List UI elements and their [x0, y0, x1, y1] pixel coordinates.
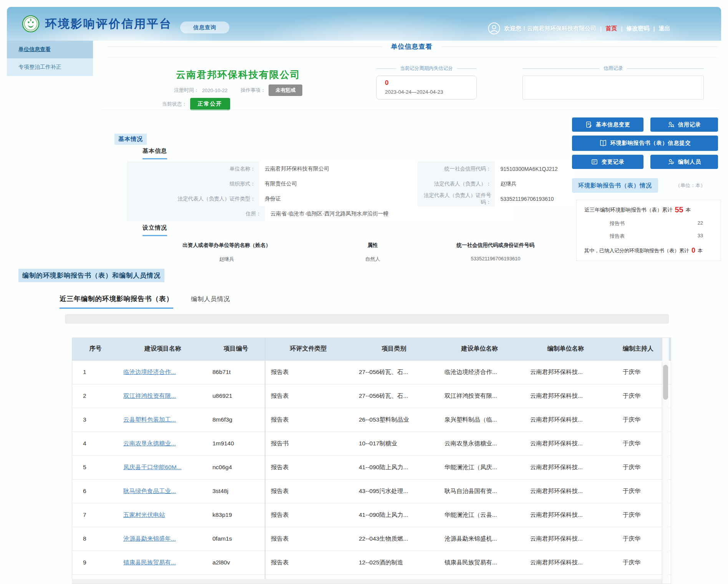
score-period: 2023-04-24—2024-04-23: [385, 89, 473, 95]
cell-project-code: 1m9140: [207, 432, 265, 455]
score-panel: 当前记分周期内失信记分 0 2023-04-24—2024-04-23: [376, 65, 477, 99]
cell-project-name: 五家村光伏电站: [119, 503, 207, 527]
table-row: 1临沧边境经济合作...86b71t报告表27--056砖瓦、石...临沧边境经…: [72, 360, 671, 384]
project-name-link[interactable]: 沧源县勐来锦盛年...: [123, 535, 176, 542]
cell-compile-unit: 云南君邦环保科技...: [522, 527, 609, 551]
nav-link-change-password[interactable]: 修改密码: [626, 25, 649, 32]
field-label-id-number: 法定代表人（负责人）证件号码：: [418, 191, 495, 206]
cell-category: 43--095污水处理...: [351, 479, 437, 503]
stats-book-label: 报告书: [610, 220, 625, 227]
cell-project-code: a2l80v: [207, 551, 265, 574]
cell-compile-unit: 云南君邦环保科技...: [522, 503, 609, 527]
cell-owner-unit: 镇康县民族贸易有...: [437, 551, 522, 574]
cell-doc-type: 报告表: [265, 479, 351, 503]
top-nav: 欢迎您！云南君邦环保科技有限公司 | 首页 | 修改密码 | 退出: [488, 21, 670, 36]
table-row: 2双江祥鸿投资有限...u86921报告表27--056砖瓦、石...双江祥鸿投…: [72, 384, 671, 408]
table-horizontal-scrollbar[interactable]: [72, 579, 662, 584]
score-box: 0 2023-04-24—2024-04-23: [376, 76, 477, 99]
change-record-label: 变更记录: [602, 159, 625, 165]
column-header-project-code: 项目编号: [207, 338, 265, 360]
field-label-unit-name: 单位名称：: [127, 161, 259, 176]
nav-separator: |: [600, 25, 602, 32]
report-submit-button[interactable]: 环境影响报告书（表）信息提交: [572, 136, 718, 151]
project-name-link[interactable]: 双江祥鸿投资有限...: [123, 392, 176, 399]
cell-no: 1: [72, 360, 119, 384]
nav-separator: |: [621, 25, 622, 32]
cell-owner-unit: 华能澜沧江（云县...: [437, 503, 522, 527]
cell-project-name: 云县塑料包装加工...: [119, 408, 207, 432]
nav-link-home[interactable]: 首页: [605, 25, 617, 32]
project-name-link[interactable]: 镇康县民族贸易有...: [123, 559, 176, 566]
project-name-link[interactable]: 凤庆县干口华能60M...: [123, 464, 182, 470]
field-value-uscc: 91510300MA6K1QJ212: [495, 161, 572, 176]
cell-no: 5: [72, 455, 119, 479]
cell-project-code: 3st48j: [207, 479, 265, 503]
card-top-line: [108, 58, 718, 58]
tab-recent-reports[interactable]: 近三年编制的环境影响报告书（表）: [60, 294, 173, 309]
sidebar-item-unit-info[interactable]: 单位信息查看: [7, 41, 93, 58]
page-title: 单位信息查看: [383, 43, 441, 50]
info-query-button[interactable]: 信息查询: [180, 22, 229, 33]
brand: 环境影响评价信用平台: [22, 15, 172, 33]
cell-no: 9: [72, 551, 119, 574]
stats-note-line: 其中，已纳入记分的环境影响报告书（表）累计 0 本: [584, 247, 713, 255]
app-root: 环境影响评价信用平台 信息查询 欢迎您！云南君邦环保科技有限公司 | 首页 | …: [0, 0, 728, 584]
table-vertical-scrollbar-thumb[interactable]: [663, 365, 668, 400]
staff-label: 编制人员: [678, 159, 701, 165]
cell-no: 6: [72, 479, 119, 503]
cell-doc-type: 报告表: [265, 455, 351, 479]
score-panel-legend: 当前记分周期内失信记分: [376, 65, 477, 72]
project-name-link[interactable]: 云南农垦永德糖业...: [123, 440, 176, 447]
cell-compile-unit: 云南君邦环保科技...: [522, 360, 609, 384]
operation-label: 操作事项：: [240, 87, 265, 94]
cell-doc-type: 报告表: [265, 360, 351, 384]
user-avatar-icon: [488, 22, 500, 35]
field-label-uscc: 统一社会信用代码：: [418, 161, 495, 176]
cell-no: 4: [72, 432, 119, 455]
cell-project-code: k83p19: [207, 503, 265, 527]
cell-project-code: 0fam1s: [207, 527, 265, 551]
project-name-link[interactable]: 云县塑料包装加工...: [123, 416, 176, 423]
cell-project-code: u86921: [207, 384, 265, 408]
credit-panel-legend: 信用记录: [522, 65, 704, 72]
project-name-link[interactable]: 耿马绿色食品工业...: [123, 488, 176, 494]
setup-header-attribute: 属性: [327, 242, 419, 249]
basic-info-change-button[interactable]: 基本信息变更: [572, 117, 643, 132]
setup-value-attribute: 自然人: [327, 256, 419, 263]
change-record-button[interactable]: 变更记录: [572, 155, 643, 169]
cell-compile-unit: 云南君邦环保科技...: [522, 551, 609, 574]
cell-doc-type: 报告表: [265, 527, 351, 551]
table-vertical-scrollbar[interactable]: [662, 338, 669, 584]
stats-form-label: 报告表: [610, 233, 625, 240]
stats-note-suffix: 本: [698, 247, 703, 254]
cell-compile-unit: 云南君邦环保科技...: [522, 479, 609, 503]
cell-project-name: 临沧边境经济合作...: [119, 360, 207, 384]
top-header: 环境影响评价信用平台 信息查询 欢迎您！云南君邦环保科技有限公司 | 首页 | …: [7, 7, 721, 41]
cell-owner-unit: 耿马自治县国有资...: [437, 479, 522, 503]
sidebar-item-special-rectification[interactable]: 专项整治工作补正: [7, 58, 93, 76]
setup-value-code: 533521196706193610: [419, 256, 572, 263]
filter-strip: [65, 314, 669, 324]
setup-header-code: 统一社会信用代码或身份证件号码: [419, 242, 572, 249]
project-name-link[interactable]: 五家村光伏电站: [123, 511, 165, 518]
tab-staff-info[interactable]: 编制人员情况: [191, 295, 230, 309]
field-label-address: 住所：: [127, 206, 265, 221]
setup-value-investor: 赵继兵: [127, 256, 327, 263]
tab-setup-info[interactable]: 设立情况: [143, 224, 167, 236]
project-name-link[interactable]: 临沧边境经济合作...: [123, 369, 176, 375]
nav-link-logout[interactable]: 退出: [659, 25, 670, 32]
reports-table-container: 序号建设项目名称项目编号环评文件类型项目类别建设单位名称编制单位名称编制主持人 …: [72, 337, 671, 584]
cell-project-name: 云南农垦永德糖业...: [119, 432, 207, 455]
person-icon: [667, 158, 675, 165]
credit-record-button[interactable]: 信用记录: [650, 117, 718, 132]
stats-form-value: 33: [698, 233, 703, 240]
field-label-org-form: 组织形式：: [127, 176, 259, 191]
tab-basic-info[interactable]: 基本信息: [143, 147, 167, 159]
cell-doc-type: 报告表: [265, 384, 351, 408]
stats-form-line: 报告表 33: [584, 233, 713, 240]
cell-category: 27--056砖瓦、石...: [351, 360, 437, 384]
basic-info-form: 单位名称： 云南君邦环保科技有限公司 统一社会信用代码： 91510300MA6…: [127, 161, 572, 221]
cell-doc-type: 报告表: [265, 503, 351, 527]
staff-button[interactable]: 编制人员: [650, 155, 718, 169]
cell-project-code: nc06g4: [207, 455, 265, 479]
